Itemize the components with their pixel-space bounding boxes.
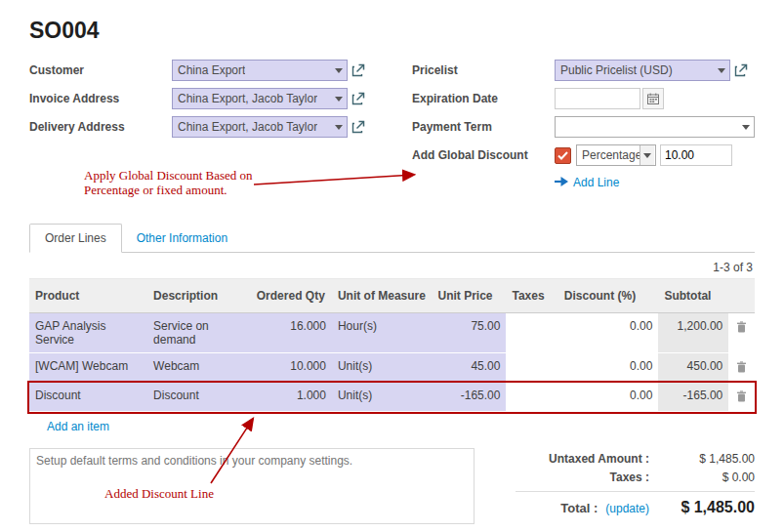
cell-taxes[interactable] — [506, 353, 557, 383]
global-discount-checkbox[interactable] — [555, 147, 571, 164]
order-line-row-discount[interactable]: Discount Discount 1.000 Unit(s) -165.00 … — [29, 383, 755, 412]
chevron-down-icon[interactable] — [640, 145, 654, 165]
cell-description[interactable]: Webcam — [147, 353, 251, 383]
cell-discount[interactable]: 0.00 — [558, 353, 659, 383]
table-header-row: Product Description Ordered Qty Unit of … — [29, 279, 755, 313]
external-link-icon[interactable] — [351, 92, 365, 105]
order-lines-table: Product Description Ordered Qty Unit of … — [29, 278, 755, 412]
payment-term-label: Payment Term — [412, 120, 555, 134]
order-line-row[interactable]: GAP Analysis Service Service on demand 1… — [29, 313, 755, 353]
delivery-address-select[interactable]: China Export, Jacob Taylor — [172, 116, 348, 138]
col-header-product[interactable]: Product — [29, 279, 147, 313]
notebook-tabs: Order Lines Other Information — [29, 223, 755, 253]
cell-product[interactable]: Discount — [29, 383, 147, 412]
order-line-row[interactable]: [WCAM] Webcam Webcam 10.000 Unit(s) 45.0… — [29, 353, 755, 383]
global-discount-label: Add Global Discount — [412, 148, 555, 162]
cell-price[interactable]: 75.00 — [433, 313, 507, 353]
cell-subtotal: 450.00 — [658, 353, 728, 383]
untaxed-amount-value: $ 1,485.00 — [649, 452, 755, 466]
add-an-item-link[interactable]: Add an item — [47, 420, 109, 433]
col-header-unit-price[interactable]: Unit Price — [433, 279, 507, 313]
col-header-uom[interactable]: Unit of Measure — [332, 279, 433, 313]
terms-conditions-textarea[interactable] — [29, 448, 475, 524]
update-total-link[interactable]: (update) — [605, 502, 649, 515]
col-header-subtotal[interactable]: Subtotal — [658, 279, 728, 313]
invoice-address-select[interactable]: China Export, Jacob Taylor — [172, 88, 348, 109]
chevron-down-icon[interactable] — [331, 61, 346, 80]
col-header-actions — [728, 279, 755, 313]
cell-description[interactable]: Service on demand — [147, 313, 251, 353]
total-label: Total : — [560, 501, 598, 515]
customer-value: China Export — [178, 63, 245, 77]
delivery-address-label: Delivery Address — [29, 120, 172, 134]
untaxed-amount-label: Untaxed Amount : — [549, 452, 649, 466]
cell-taxes[interactable] — [506, 313, 557, 353]
arrow-right-icon — [555, 176, 568, 189]
cell-qty[interactable]: 10.000 — [251, 353, 332, 383]
pager: 1-3 of 3 — [0, 261, 753, 274]
cell-price[interactable]: 45.00 — [433, 353, 507, 383]
invoice-address-label: Invoice Address — [29, 92, 172, 105]
totals-divider — [516, 491, 755, 492]
cell-qty[interactable]: 1.000 — [251, 383, 332, 412]
payment-term-select[interactable] — [555, 116, 755, 138]
col-header-taxes[interactable]: Taxes — [506, 279, 557, 313]
tab-other-information[interactable]: Other Information — [122, 225, 242, 252]
discount-type-value: Percentage — [582, 148, 640, 162]
customer-select[interactable]: China Export — [172, 60, 348, 81]
pricelist-value: Public Pricelist (USD) — [560, 63, 673, 77]
chevron-down-icon[interactable] — [331, 89, 346, 108]
col-header-description[interactable]: Description — [147, 279, 251, 313]
delete-row-icon[interactable] — [728, 313, 755, 353]
expiration-date-input[interactable] — [555, 88, 640, 109]
annotation-line-2: Percentage or fixed amount. — [84, 183, 279, 197]
cell-discount[interactable]: 0.00 — [558, 383, 659, 412]
delete-row-icon[interactable] — [728, 383, 755, 412]
totals-block: Untaxed Amount : $ 1,485.00 Taxes : $ 0.… — [506, 448, 755, 524]
add-line-label: Add Line — [573, 176, 619, 189]
cell-qty[interactable]: 16.000 — [251, 313, 332, 353]
sale-order-page: SO004 Customer China Export Invoice Addr… — [0, 0, 784, 532]
cell-price[interactable]: -165.00 — [433, 383, 507, 412]
invoice-address-value: China Export, Jacob Taylor — [178, 92, 317, 105]
cell-subtotal: -165.00 — [658, 383, 728, 412]
taxes-value: $ 0.00 — [649, 471, 755, 484]
external-link-icon[interactable] — [351, 63, 365, 77]
cell-uom[interactable]: Unit(s) — [332, 383, 433, 412]
total-value: $ 1,485.00 — [649, 499, 755, 516]
external-link-icon[interactable] — [351, 120, 365, 134]
delivery-address-value: China Export, Jacob Taylor — [178, 120, 317, 134]
cell-product[interactable]: [WCAM] Webcam — [29, 353, 147, 383]
global-discount-annotation: Apply Global Discount Based on Percentag… — [84, 168, 279, 197]
cell-uom[interactable]: Unit(s) — [332, 353, 433, 383]
cell-uom[interactable]: Hour(s) — [332, 313, 433, 353]
discount-amount-input[interactable] — [660, 144, 732, 166]
pricelist-label: Pricelist — [412, 63, 555, 77]
external-link-icon[interactable] — [734, 63, 748, 77]
calendar-icon[interactable] — [642, 88, 664, 109]
form-right-column: Pricelist Public Pricelist (USD) Expirat… — [412, 60, 755, 189]
chevron-down-icon[interactable] — [331, 117, 346, 137]
discount-type-select[interactable]: Percentage — [576, 144, 656, 166]
chevron-down-icon[interactable] — [738, 117, 753, 137]
tab-order-lines[interactable]: Order Lines — [29, 224, 122, 253]
col-header-ordered-qty[interactable]: Ordered Qty — [251, 279, 332, 313]
pricelist-select[interactable]: Public Pricelist (USD) — [555, 60, 730, 81]
add-line-link[interactable]: Add Line — [555, 176, 755, 189]
page-title: SO004 — [0, 0, 784, 44]
cell-discount[interactable]: 0.00 — [558, 313, 659, 353]
taxes-label: Taxes : — [610, 471, 649, 484]
expiration-date-label: Expiration Date — [412, 92, 555, 105]
cell-description[interactable]: Discount — [147, 383, 251, 412]
discount-line-annotation: Added Discount Line — [104, 486, 214, 501]
delete-row-icon[interactable] — [728, 353, 755, 383]
cell-subtotal: 1,200.00 — [658, 313, 728, 353]
customer-label: Customer — [29, 63, 172, 77]
col-header-discount[interactable]: Discount (%) — [558, 279, 659, 313]
chevron-down-icon[interactable] — [714, 61, 728, 80]
annotation-line-1: Apply Global Discount Based on — [84, 168, 279, 183]
cell-taxes[interactable] — [506, 383, 557, 412]
cell-product[interactable]: GAP Analysis Service — [29, 313, 147, 353]
